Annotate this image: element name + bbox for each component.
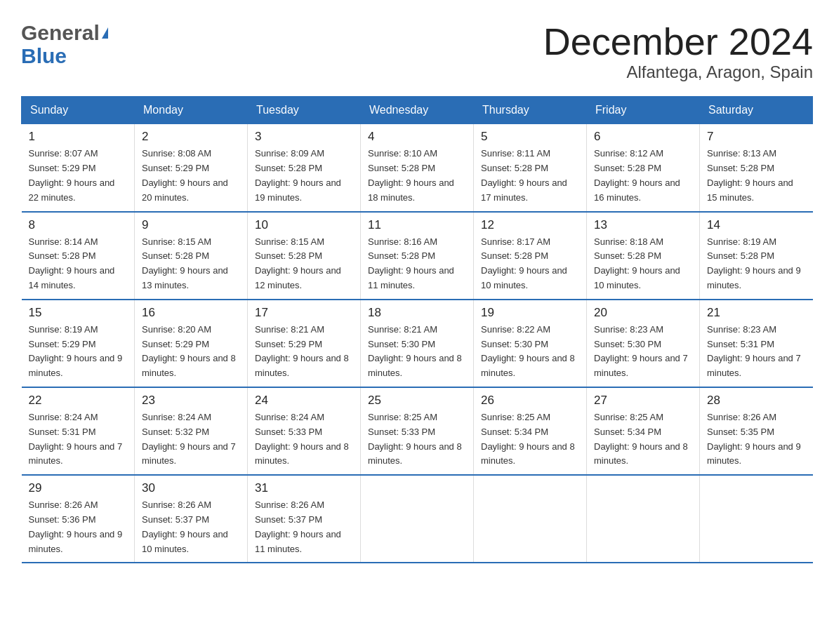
day-info: Sunrise: 8:17 AMSunset: 5:28 PMDaylight:… [481, 235, 579, 293]
day-number: 2 [142, 130, 240, 144]
day-info: Sunrise: 8:25 AMSunset: 5:34 PMDaylight:… [594, 410, 692, 469]
calendar-table: Sunday Monday Tuesday Wednesday Thursday… [21, 96, 813, 563]
calendar-week-row: 29Sunrise: 8:26 AMSunset: 5:36 PMDayligh… [22, 475, 813, 563]
day-number: 12 [481, 218, 579, 232]
day-number: 23 [142, 394, 240, 408]
day-number: 11 [368, 218, 466, 232]
day-info: Sunrise: 8:23 AMSunset: 5:31 PMDaylight:… [707, 323, 806, 381]
calendar-day-cell: 24Sunrise: 8:24 AMSunset: 5:33 PMDayligh… [248, 387, 361, 475]
day-info: Sunrise: 8:15 AMSunset: 5:28 PMDaylight:… [142, 235, 240, 293]
day-info: Sunrise: 8:10 AMSunset: 5:28 PMDaylight:… [368, 147, 466, 205]
location-title: Alfantega, Aragon, Spain [543, 62, 813, 82]
page-header: General Blue December 2024 Alfantega, Ar… [21, 21, 813, 82]
col-saturday: Saturday [700, 97, 813, 124]
day-number: 7 [707, 130, 806, 144]
day-number: 28 [707, 394, 806, 408]
month-title: December 2024 [543, 21, 813, 62]
day-info: Sunrise: 8:12 AMSunset: 5:28 PMDaylight:… [594, 147, 692, 205]
calendar-day-cell [474, 475, 587, 563]
day-info: Sunrise: 8:23 AMSunset: 5:30 PMDaylight:… [594, 323, 692, 381]
calendar-day-cell: 8Sunrise: 8:14 AMSunset: 5:28 PMDaylight… [22, 212, 135, 300]
col-sunday: Sunday [22, 97, 135, 124]
calendar-day-cell: 26Sunrise: 8:25 AMSunset: 5:34 PMDayligh… [474, 387, 587, 475]
col-wednesday: Wednesday [361, 97, 474, 124]
calendar-week-row: 22Sunrise: 8:24 AMSunset: 5:31 PMDayligh… [22, 387, 813, 475]
day-info: Sunrise: 8:20 AMSunset: 5:29 PMDaylight:… [142, 323, 240, 381]
calendar-day-cell: 23Sunrise: 8:24 AMSunset: 5:32 PMDayligh… [135, 387, 248, 475]
day-info: Sunrise: 8:26 AMSunset: 5:36 PMDaylight:… [29, 498, 128, 556]
day-number: 3 [255, 130, 353, 144]
calendar-day-cell [700, 475, 813, 563]
calendar-day-cell [361, 475, 474, 563]
day-number: 9 [142, 218, 240, 232]
col-thursday: Thursday [474, 97, 587, 124]
day-number: 5 [481, 130, 579, 144]
calendar-day-cell: 28Sunrise: 8:26 AMSunset: 5:35 PMDayligh… [700, 387, 813, 475]
day-number: 4 [368, 130, 466, 144]
day-info: Sunrise: 8:13 AMSunset: 5:28 PMDaylight:… [707, 147, 806, 205]
day-number: 14 [707, 218, 806, 232]
calendar-day-cell: 2Sunrise: 8:08 AMSunset: 5:29 PMDaylight… [135, 124, 248, 212]
calendar-day-cell: 18Sunrise: 8:21 AMSunset: 5:30 PMDayligh… [361, 300, 474, 387]
calendar-day-cell: 11Sunrise: 8:16 AMSunset: 5:28 PMDayligh… [361, 212, 474, 300]
calendar-day-cell [587, 475, 700, 563]
day-info: Sunrise: 8:26 AMSunset: 5:37 PMDaylight:… [142, 498, 240, 556]
calendar-week-row: 8Sunrise: 8:14 AMSunset: 5:28 PMDaylight… [22, 212, 813, 300]
day-info: Sunrise: 8:25 AMSunset: 5:34 PMDaylight:… [481, 410, 579, 469]
day-info: Sunrise: 8:19 AMSunset: 5:29 PMDaylight:… [29, 323, 128, 381]
day-number: 13 [594, 218, 692, 232]
calendar-day-cell: 30Sunrise: 8:26 AMSunset: 5:37 PMDayligh… [135, 475, 248, 563]
logo-general: General [21, 21, 100, 44]
calendar-week-row: 1Sunrise: 8:07 AMSunset: 5:29 PMDaylight… [22, 124, 813, 212]
calendar-day-cell: 16Sunrise: 8:20 AMSunset: 5:29 PMDayligh… [135, 300, 248, 387]
day-number: 10 [255, 218, 353, 232]
logo: General Blue [21, 21, 108, 67]
day-info: Sunrise: 8:11 AMSunset: 5:28 PMDaylight:… [481, 147, 579, 205]
calendar-week-row: 15Sunrise: 8:19 AMSunset: 5:29 PMDayligh… [22, 300, 813, 387]
calendar-day-cell: 7Sunrise: 8:13 AMSunset: 5:28 PMDaylight… [700, 124, 813, 212]
calendar-day-cell: 14Sunrise: 8:19 AMSunset: 5:28 PMDayligh… [700, 212, 813, 300]
day-info: Sunrise: 8:16 AMSunset: 5:28 PMDaylight:… [368, 235, 466, 293]
calendar-day-cell: 19Sunrise: 8:22 AMSunset: 5:30 PMDayligh… [474, 300, 587, 387]
day-number: 26 [481, 394, 579, 408]
day-number: 21 [707, 306, 806, 320]
calendar-day-cell: 21Sunrise: 8:23 AMSunset: 5:31 PMDayligh… [700, 300, 813, 387]
calendar-day-cell: 17Sunrise: 8:21 AMSunset: 5:29 PMDayligh… [248, 300, 361, 387]
day-info: Sunrise: 8:21 AMSunset: 5:29 PMDaylight:… [255, 323, 353, 381]
day-number: 18 [368, 306, 466, 320]
day-info: Sunrise: 8:08 AMSunset: 5:29 PMDaylight:… [142, 147, 240, 205]
day-info: Sunrise: 8:24 AMSunset: 5:33 PMDaylight:… [255, 410, 353, 469]
day-info: Sunrise: 8:24 AMSunset: 5:32 PMDaylight:… [142, 410, 240, 469]
day-number: 20 [594, 306, 692, 320]
col-tuesday: Tuesday [248, 97, 361, 124]
col-monday: Monday [135, 97, 248, 124]
day-info: Sunrise: 8:18 AMSunset: 5:28 PMDaylight:… [594, 235, 692, 293]
day-number: 1 [29, 130, 128, 144]
day-number: 16 [142, 306, 240, 320]
title-block: December 2024 Alfantega, Aragon, Spain [543, 21, 813, 82]
day-number: 30 [142, 481, 240, 495]
calendar-day-cell: 22Sunrise: 8:24 AMSunset: 5:31 PMDayligh… [22, 387, 135, 475]
calendar-day-cell: 20Sunrise: 8:23 AMSunset: 5:30 PMDayligh… [587, 300, 700, 387]
calendar-day-cell: 1Sunrise: 8:07 AMSunset: 5:29 PMDaylight… [22, 124, 135, 212]
day-info: Sunrise: 8:19 AMSunset: 5:28 PMDaylight:… [707, 235, 806, 293]
calendar-day-cell: 25Sunrise: 8:25 AMSunset: 5:33 PMDayligh… [361, 387, 474, 475]
calendar-day-cell: 9Sunrise: 8:15 AMSunset: 5:28 PMDaylight… [135, 212, 248, 300]
calendar-day-cell: 27Sunrise: 8:25 AMSunset: 5:34 PMDayligh… [587, 387, 700, 475]
day-info: Sunrise: 8:07 AMSunset: 5:29 PMDaylight:… [29, 147, 128, 205]
day-info: Sunrise: 8:24 AMSunset: 5:31 PMDaylight:… [29, 410, 128, 469]
calendar-day-cell: 3Sunrise: 8:09 AMSunset: 5:28 PMDaylight… [248, 124, 361, 212]
day-info: Sunrise: 8:25 AMSunset: 5:33 PMDaylight:… [368, 410, 466, 469]
day-number: 25 [368, 394, 466, 408]
day-info: Sunrise: 8:09 AMSunset: 5:28 PMDaylight:… [255, 147, 353, 205]
logo-blue: Blue [21, 44, 67, 67]
day-info: Sunrise: 8:26 AMSunset: 5:35 PMDaylight:… [707, 410, 806, 469]
calendar-day-cell: 10Sunrise: 8:15 AMSunset: 5:28 PMDayligh… [248, 212, 361, 300]
day-number: 17 [255, 306, 353, 320]
calendar-day-cell: 29Sunrise: 8:26 AMSunset: 5:36 PMDayligh… [22, 475, 135, 563]
day-info: Sunrise: 8:26 AMSunset: 5:37 PMDaylight:… [255, 498, 353, 556]
day-info: Sunrise: 8:22 AMSunset: 5:30 PMDaylight:… [481, 323, 579, 381]
calendar-day-cell: 12Sunrise: 8:17 AMSunset: 5:28 PMDayligh… [474, 212, 587, 300]
day-info: Sunrise: 8:15 AMSunset: 5:28 PMDaylight:… [255, 235, 353, 293]
calendar-day-cell: 4Sunrise: 8:10 AMSunset: 5:28 PMDaylight… [361, 124, 474, 212]
